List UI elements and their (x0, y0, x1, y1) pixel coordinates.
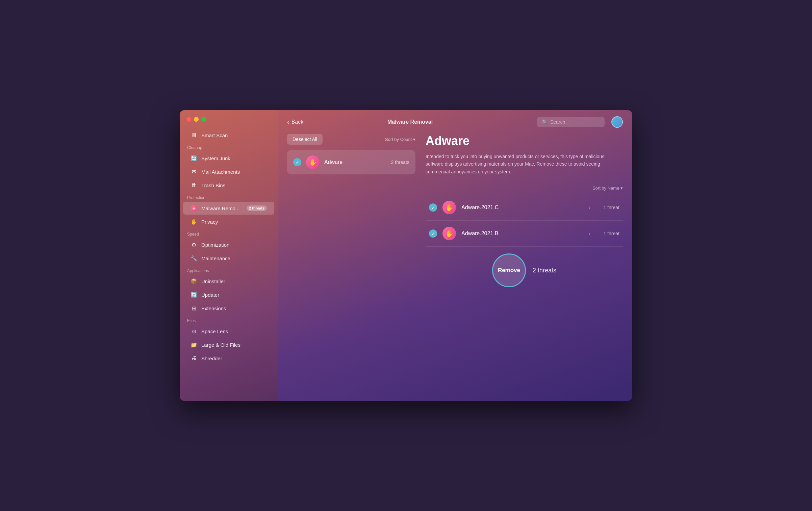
threat-count: 2 threats (391, 160, 409, 165)
check-icon: ✓ (429, 203, 437, 212)
adware-b-icon: ✋ (442, 227, 456, 240)
threat-name: Adware (324, 159, 386, 165)
window-controls (180, 117, 278, 128)
privacy-icon: ✋ (191, 218, 197, 225)
adware-item-count: 1 threat (596, 231, 619, 236)
shredder-icon: 🖨 (191, 355, 197, 362)
adware-hand-icon: ✋ (306, 155, 320, 169)
large-files-icon: 📁 (191, 341, 197, 348)
adware-description: Intended to trick you into buying unwant… (426, 153, 611, 175)
sidebar-item-label: Malware Remo... (201, 205, 239, 211)
sidebar-item-label: System Junk (201, 155, 230, 161)
check-icon: ✓ (293, 158, 301, 166)
adware-item-name: Adware.2021.C (461, 204, 583, 211)
system-junk-icon: 🔄 (191, 155, 197, 162)
adware-row[interactable]: ✓ ✋ Adware.2021.C › 1 threat (426, 195, 623, 221)
uninstaller-icon: 📦 (191, 278, 197, 285)
back-chevron-icon: ‹ (287, 118, 289, 126)
sidebar-item-system-junk[interactable]: 🔄 System Junk (183, 152, 274, 165)
sidebar: 🖥 Smart Scan Cleanup 🔄 System Junk ✉ Mai… (180, 110, 278, 401)
threat-list-item[interactable]: ✓ ✋ Adware 2 threats (287, 150, 415, 174)
sidebar-item-label: Shredder (201, 356, 222, 361)
deselect-all-button[interactable]: Deselect All (287, 134, 323, 145)
sidebar-item-shredder[interactable]: 🖨 Shredder (183, 352, 274, 365)
sort-by-count-control[interactable]: Sort by Count ▾ (385, 137, 415, 142)
updater-icon: 🔄 (191, 291, 197, 298)
close-button[interactable] (186, 117, 191, 122)
bottom-bar: Remove 2 threats (426, 247, 623, 291)
sidebar-item-label: Mail Attachments (201, 169, 240, 175)
malware-badge: 2 threats (247, 205, 267, 211)
adware-item-name: Adware.2021.B (461, 230, 583, 237)
smart-scan-icon: 🖥 (191, 132, 197, 139)
space-lens-icon: ⊙ (191, 328, 197, 335)
sidebar-item-label: Optimization (201, 242, 229, 248)
sidebar-item-uninstaller[interactable]: 📦 Uninstaller (183, 275, 274, 288)
malware-icon: ☣ (191, 205, 197, 212)
adware-c-icon: ✋ (442, 201, 456, 214)
trash-icon: 🗑 (191, 182, 197, 189)
sidebar-item-label: Privacy (201, 219, 218, 225)
chevron-right-icon: › (589, 230, 590, 237)
sidebar-item-smart-scan[interactable]: 🖥 Smart Scan (183, 129, 274, 142)
adware-title: Adware (426, 134, 623, 148)
avatar[interactable] (611, 116, 623, 128)
sidebar-item-privacy[interactable]: ✋ Privacy (183, 215, 274, 228)
extensions-icon: ⊞ (191, 305, 197, 312)
sidebar-item-label: Large & Old Files (201, 342, 240, 348)
mail-icon: ✉ (191, 168, 197, 175)
search-input[interactable] (550, 119, 600, 125)
adware-row[interactable]: ✓ ✋ Adware.2021.B › 1 threat (426, 221, 623, 247)
applications-section-label: Applications (180, 265, 278, 274)
adware-item-count: 1 threat (596, 205, 619, 210)
maximize-button[interactable] (201, 117, 206, 122)
maintenance-icon: 🔧 (191, 255, 197, 262)
protection-section-label: Protection (180, 192, 278, 201)
speed-section-label: Speed (180, 228, 278, 238)
sidebar-item-malware-removal[interactable]: ☣ Malware Remo... 2 threats (183, 202, 274, 215)
adware-list: ✓ ✋ Adware.2021.C › 1 threat ✓ ✋ Adware.… (426, 195, 623, 247)
sidebar-item-label: Uninstaller (201, 278, 225, 284)
sidebar-item-label: Extensions (201, 306, 226, 311)
sidebar-item-extensions[interactable]: ⊞ Extensions (183, 302, 274, 315)
sort-by-name-control[interactable]: Sort by Name ▾ (426, 186, 623, 191)
header: ‹ Back Malware Removal 🔍 (278, 110, 632, 134)
remove-button[interactable]: Remove (492, 253, 526, 287)
sidebar-item-optimization[interactable]: ⚙ Optimization (183, 238, 274, 251)
app-window: 🖥 Smart Scan Cleanup 🔄 System Junk ✉ Mai… (180, 110, 632, 401)
sidebar-item-label: Updater (201, 292, 219, 298)
content-area: Deselect All Sort by Count ▾ ✓ ✋ Adware … (278, 134, 632, 401)
files-section-label: Files (180, 315, 278, 324)
search-box[interactable]: 🔍 (537, 117, 605, 127)
sidebar-item-label: Maintenance (201, 256, 230, 261)
search-icon: 🔍 (542, 119, 548, 125)
main-content: ‹ Back Malware Removal 🔍 Deselect All So… (278, 110, 632, 401)
remove-threats-count: 2 threats (533, 267, 556, 274)
sidebar-item-label: Space Lens (201, 328, 228, 334)
optimization-icon: ⚙ (191, 241, 197, 248)
sidebar-item-large-old-files[interactable]: 📁 Large & Old Files (183, 338, 274, 351)
cleanup-section-label: Cleanup (180, 142, 278, 151)
chevron-right-icon: › (589, 204, 590, 211)
page-title: Malware Removal (290, 119, 530, 125)
panel-controls: Deselect All Sort by Count ▾ (287, 134, 415, 145)
sidebar-item-label: Smart Scan (201, 132, 228, 138)
minimize-button[interactable] (194, 117, 199, 122)
sidebar-item-label: Trash Bins (201, 182, 225, 188)
sidebar-item-trash-bins[interactable]: 🗑 Trash Bins (183, 179, 274, 192)
sidebar-item-updater[interactable]: 🔄 Updater (183, 288, 274, 301)
sidebar-item-space-lens[interactable]: ⊙ Space Lens (183, 325, 274, 338)
sidebar-item-mail-attachments[interactable]: ✉ Mail Attachments (183, 165, 274, 178)
left-panel: Deselect All Sort by Count ▾ ✓ ✋ Adware … (287, 134, 415, 394)
sidebar-item-maintenance[interactable]: 🔧 Maintenance (183, 252, 274, 265)
check-icon: ✓ (429, 229, 437, 238)
right-panel: Adware Intended to trick you into buying… (426, 134, 623, 394)
